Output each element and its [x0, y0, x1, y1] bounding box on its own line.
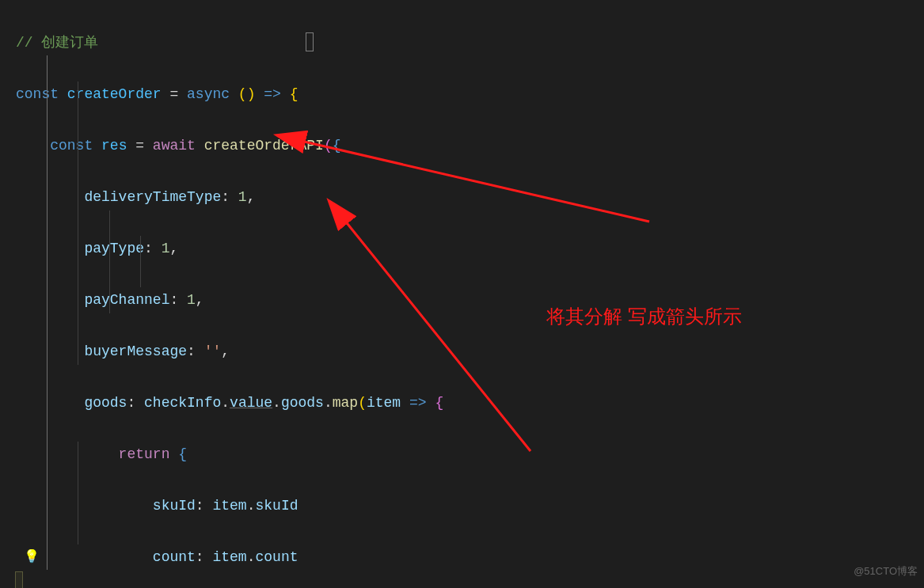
prop-skuId: skuId [16, 498, 196, 514]
prop-payType: payType [16, 241, 144, 256]
kw-async: async [187, 86, 238, 102]
brace-highlight [15, 571, 23, 588]
indent-guide [47, 55, 48, 570]
kw-await: await [153, 138, 204, 154]
watermark: @51CTO博客 [854, 559, 918, 585]
indent-guide [78, 442, 78, 544]
cursor-box [306, 32, 314, 51]
prop-payChannel: payChannel [16, 292, 169, 308]
code-editor[interactable]: // 创建订单 const createOrder = async () => … [0, 0, 924, 588]
indent-guide [140, 236, 141, 287]
prop-count: count [16, 549, 196, 565]
indent-guide [109, 211, 110, 313]
annotation-text: 将其分解 写成箭头所示 [546, 304, 742, 330]
kw-return: return [16, 446, 178, 462]
lightbulb-icon[interactable]: 💡 [24, 544, 40, 571]
fn-name: createOrder [67, 86, 162, 102]
comment: // 创建订单 [16, 35, 98, 51]
indent-guide [78, 82, 78, 365]
kw-const: const [16, 86, 67, 102]
prop-buyerMessage: buyerMessage [16, 343, 187, 359]
prop-goods: goods [16, 395, 127, 411]
kw-const: const [16, 138, 101, 154]
